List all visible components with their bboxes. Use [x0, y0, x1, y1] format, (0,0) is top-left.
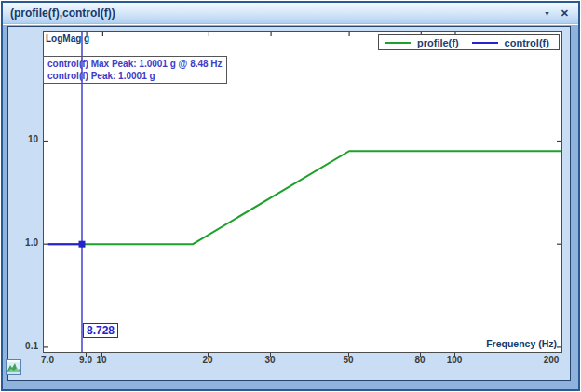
- x-tick-mark: [208, 353, 209, 357]
- close-icon[interactable]: ✕: [561, 7, 569, 20]
- x-tick-label: 7.0: [41, 355, 54, 365]
- peak-annotation-line2: control(f) Peak: 1.0001 g: [47, 70, 223, 82]
- peak-annotation-box: control(f) Max Peak: 1.0001 g @ 8.48 Hz …: [43, 56, 227, 84]
- x-axis-label: Frequency (Hz): [486, 338, 557, 349]
- x-tick-label: 200: [544, 355, 560, 365]
- mini-chart-glyph: [7, 362, 20, 372]
- x-tick-mark: [101, 353, 102, 357]
- peak-annotation-line1: control(f) Max Peak: 1.0001 g @ 8.48 Hz: [47, 58, 223, 70]
- legend: profile(f) control(f): [378, 34, 560, 50]
- y-tick-label: 1.0: [7, 237, 38, 248]
- profile-legend-line: [385, 42, 411, 44]
- control-legend-line: [472, 42, 498, 44]
- y-tick-label: 10: [7, 134, 38, 144]
- x-tick-mark: [270, 353, 271, 357]
- control-legend-label: control(f): [505, 37, 549, 48]
- y-tick-label: 0.1: [7, 341, 38, 351]
- dropdown-menu-icon[interactable]: ▼: [544, 10, 550, 17]
- x-tick-mark: [420, 353, 421, 357]
- titlebar[interactable]: (profile(f),control(f)) ▼ ✕: [3, 3, 578, 24]
- x-tick-mark: [86, 353, 87, 357]
- window-title: (profile(f),control(f)): [10, 3, 115, 24]
- x-tick-mark: [348, 353, 349, 357]
- chart-thumbnail-icon[interactable]: [6, 359, 21, 375]
- x-tick-mark: [454, 353, 455, 357]
- plot-window: (profile(f),control(f)) ▼ ✕ LogMag g con…: [0, 0, 581, 392]
- cursor-readout[interactable]: 8.728: [83, 323, 118, 338]
- y-axis-label: LogMag g: [46, 34, 89, 44]
- x-tick-mark: [561, 353, 561, 357]
- profile-legend-label: profile(f): [417, 37, 459, 48]
